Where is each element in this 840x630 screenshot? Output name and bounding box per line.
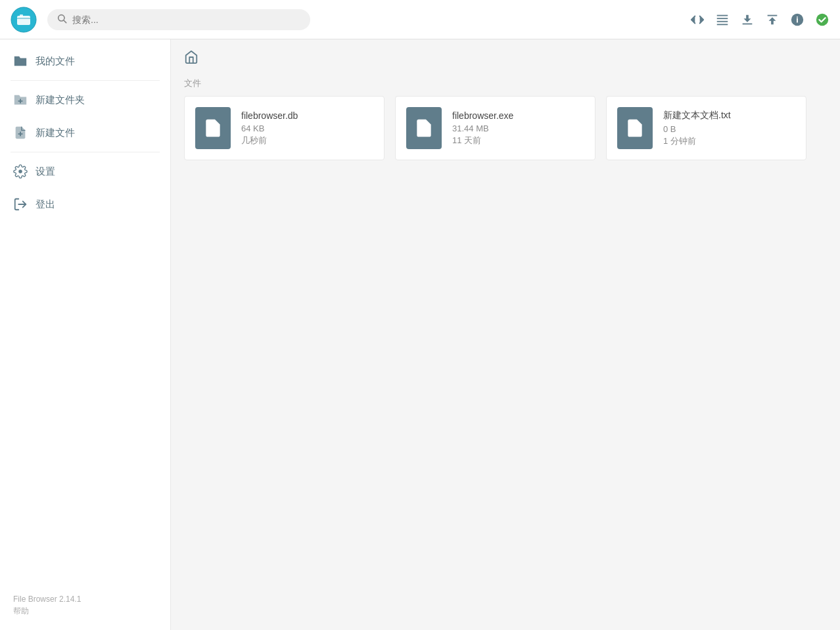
file-date-0: 几秒前 [241, 135, 373, 146]
section-label: 文件 [184, 78, 827, 89]
file-date-1: 11 天前 [452, 135, 584, 146]
file-icon-0 [195, 107, 231, 149]
sidebar-item-new-folder[interactable]: 新建文件夹 [0, 83, 170, 116]
home-icon [184, 50, 198, 64]
file-icon-svg-2 [624, 118, 645, 139]
svg-rect-10 [743, 23, 753, 24]
svg-rect-7 [717, 18, 728, 19]
svg-point-20 [18, 169, 22, 173]
header [0, 0, 840, 39]
breadcrumb-home[interactable] [184, 50, 198, 67]
search-bar [47, 9, 310, 30]
file-card-1[interactable]: filebrowser.exe 31.44 MB 11 天前 [395, 96, 595, 160]
svg-point-15 [816, 13, 828, 25]
sidebar-label-logout: 登出 [35, 198, 55, 211]
new-file-icon [13, 125, 28, 140]
help-link[interactable]: 帮助 [13, 606, 157, 617]
sidebar-divider-1 [11, 80, 160, 81]
svg-rect-3 [20, 14, 23, 17]
svg-rect-2 [17, 18, 30, 19]
svg-rect-11 [768, 14, 778, 16]
info-icon[interactable] [790, 12, 805, 27]
download-icon[interactable] [740, 12, 755, 27]
version-text: File Browser 2.14.1 [13, 593, 157, 606]
file-card-0[interactable]: filebrowser.db 64 KB 几秒前 [184, 96, 385, 160]
file-icon-svg-0 [202, 118, 223, 139]
sidebar-label-new-folder: 新建文件夹 [35, 94, 85, 106]
logout-icon [13, 197, 28, 212]
sidebar-divider-2 [11, 152, 160, 152]
sidebar-item-my-files[interactable]: 我的文件 [0, 45, 170, 78]
header-actions [690, 12, 829, 27]
search-icon [57, 13, 67, 26]
file-icon-svg-1 [413, 118, 434, 139]
logo[interactable] [11, 7, 37, 33]
file-name-2: 新建文本文档.txt [663, 110, 795, 122]
file-info-1: filebrowser.exe 31.44 MB 11 天前 [452, 110, 584, 146]
sidebar-item-new-file[interactable]: 新建文件 [0, 116, 170, 149]
sidebar-label-my-files: 我的文件 [35, 55, 75, 68]
svg-rect-6 [717, 14, 728, 16]
sidebar-label-new-file: 新建文件 [35, 127, 75, 139]
upload-icon[interactable] [765, 12, 780, 27]
check-icon[interactable] [815, 12, 829, 27]
list-icon[interactable] [715, 12, 730, 27]
svg-rect-1 [17, 16, 30, 25]
svg-rect-8 [717, 20, 728, 22]
file-info-2: 新建文本文档.txt 0 B 1 分钟前 [663, 110, 795, 147]
file-name-0: filebrowser.db [241, 110, 373, 121]
sidebar-item-logout[interactable]: 登出 [0, 188, 170, 221]
file-card-2[interactable]: 新建文本文档.txt 0 B 1 分钟前 [606, 96, 806, 160]
code-icon[interactable] [690, 12, 705, 27]
file-icon-2 [617, 107, 653, 149]
sidebar-label-settings: 设置 [35, 166, 55, 178]
file-size-2: 0 B [663, 124, 795, 134]
svg-rect-9 [717, 24, 728, 25]
search-input[interactable] [72, 14, 301, 25]
file-size-0: 64 KB [241, 124, 373, 133]
svg-line-5 [64, 20, 66, 23]
main-content: 文件 filebrowser.db 64 KB 几秒前 [171, 39, 840, 630]
sidebar: 我的文件 新建文件夹 新建文件 [0, 39, 171, 630]
file-size-1: 31.44 MB [452, 124, 584, 133]
layout: 我的文件 新建文件夹 新建文件 [0, 39, 840, 630]
new-folder-icon [13, 93, 28, 107]
sidebar-footer: File Browser 2.14.1 帮助 [0, 583, 170, 630]
file-icon-1 [406, 107, 442, 149]
folder-icon [13, 54, 28, 68]
file-name-1: filebrowser.exe [452, 110, 584, 121]
file-date-2: 1 分钟前 [663, 135, 795, 147]
settings-icon [13, 164, 28, 179]
breadcrumb [184, 50, 827, 67]
sidebar-item-settings[interactable]: 设置 [0, 155, 170, 188]
file-grid: filebrowser.db 64 KB 几秒前 filebrowser.exe… [184, 96, 827, 160]
svg-point-14 [797, 16, 798, 17]
file-info-0: filebrowser.db 64 KB 几秒前 [241, 110, 373, 146]
